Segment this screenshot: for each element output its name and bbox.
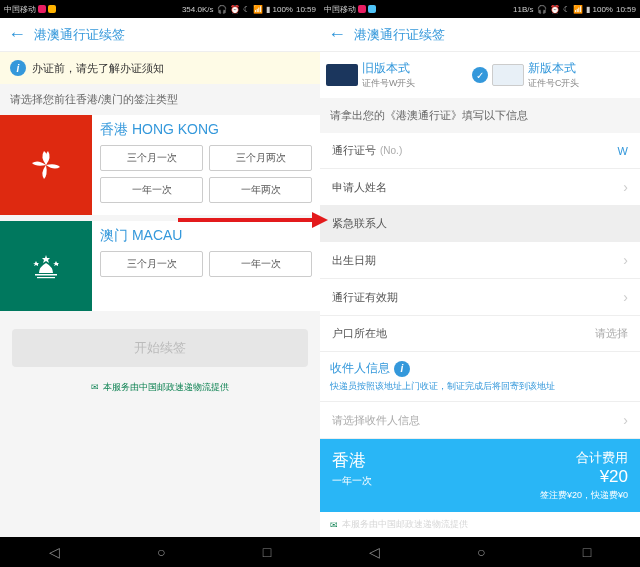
- page-title: 港澳通行证续签: [354, 26, 445, 44]
- alarm-icon: ⏰: [550, 5, 560, 14]
- macau-option-1year-once[interactable]: 一年一次: [209, 251, 312, 277]
- svg-rect-1: [37, 277, 55, 278]
- carrier: 中国移动: [4, 4, 36, 15]
- field-emergency-contact[interactable]: 紧急联系人: [320, 206, 640, 242]
- headphone-icon: 🎧: [537, 5, 547, 14]
- svg-rect-0: [35, 274, 57, 276]
- form-prompt: 请拿出您的《港澳通行证》填写以下信息: [320, 98, 640, 133]
- permit-no-value: W: [618, 145, 628, 157]
- destination-macau: 澳门 MACAU 三个月一次 一年一次: [0, 221, 320, 311]
- chevron-right-icon: ›: [623, 412, 628, 428]
- total-amount: ¥20: [540, 467, 628, 487]
- net-speed: 11B/s: [513, 5, 533, 14]
- id-card-icon: [492, 64, 524, 86]
- destination-hongkong: 香港 HONG KONG 三个月一次 三个月两次 一年一次 一年两次: [0, 115, 320, 215]
- card-type-old[interactable]: 旧版本式 证件号W开头: [326, 60, 468, 90]
- field-applicant-name[interactable]: 申请人姓名 ›: [320, 169, 640, 206]
- nav-back-icon[interactable]: ◁: [369, 544, 380, 560]
- wifi-icon: 📶: [573, 5, 583, 14]
- app-dot: [358, 5, 366, 13]
- app-dot: [48, 5, 56, 13]
- app-dot: [368, 5, 376, 13]
- nav-home-icon[interactable]: ○: [157, 544, 165, 560]
- chevron-right-icon: ›: [623, 179, 628, 195]
- info-icon[interactable]: i: [394, 361, 410, 377]
- card-new-sub: 证件号C开头: [528, 77, 580, 90]
- phone-right: 中国移动 11B/s 🎧 ⏰ ☾ 📶 ▮ 100% 10:59 ← 港澳通行证续…: [320, 0, 640, 567]
- headphone-icon: 🎧: [217, 5, 227, 14]
- app-header: ← 港澳通行证续签: [0, 18, 320, 52]
- total-label: 合计费用: [540, 449, 628, 467]
- card-old-sub: 证件号W开头: [362, 77, 416, 90]
- nav-recent-icon[interactable]: □: [263, 544, 271, 560]
- total-type: 一年一次: [332, 474, 372, 488]
- card-new-title: 新版本式: [528, 60, 580, 77]
- signal-icon: ▮: [266, 5, 270, 14]
- provider-note: 本服务由中国邮政速递物流提供: [0, 377, 320, 404]
- page-title: 港澳通行证续签: [34, 26, 125, 44]
- chevron-right-icon: ›: [623, 252, 628, 268]
- field-hukou[interactable]: 户口所在地 请选择: [320, 316, 640, 352]
- nav-back-icon[interactable]: ◁: [49, 544, 60, 560]
- battery: 100%: [273, 5, 293, 14]
- clock: 10:59: [296, 5, 316, 14]
- card-type-new[interactable]: 新版本式 证件号C开头: [492, 60, 634, 90]
- net-speed: 354.0K/s: [182, 5, 214, 14]
- alarm-icon: ⏰: [230, 5, 240, 14]
- flag-hongkong: [0, 115, 92, 215]
- notice-text: 办证前，请先了解办证须知: [32, 61, 164, 76]
- field-recipient-select[interactable]: 请选择收件人信息 ›: [320, 402, 640, 439]
- card-type-selector: 旧版本式 证件号W开头 ✓ 新版本式 证件号C开头: [320, 52, 640, 98]
- recipient-title: 收件人信息: [330, 360, 390, 377]
- total-summary: 香港 一年一次 合计费用 ¥20 签注费¥20，快递费¥0: [320, 439, 640, 512]
- app-dot: [38, 5, 46, 13]
- signal-icon: ▮: [586, 5, 590, 14]
- back-icon[interactable]: ←: [328, 24, 346, 45]
- status-bar: 中国移动 354.0K/s 🎧 ⏰ ☾ 📶 ▮ 100% 10:59: [0, 0, 320, 18]
- android-nav: ◁ ○ □: [0, 537, 320, 567]
- clock: 10:59: [616, 5, 636, 14]
- android-nav: ◁ ○ □: [320, 537, 640, 567]
- card-old-title: 旧版本式: [362, 60, 416, 77]
- total-dest: 香港: [332, 449, 372, 472]
- dnd-icon: ☾: [563, 5, 570, 14]
- hk-option-1year-twice[interactable]: 一年两次: [209, 177, 312, 203]
- start-button[interactable]: 开始续签: [12, 329, 308, 367]
- section-label: 请选择您前往香港/澳门的签注类型: [0, 84, 320, 115]
- battery: 100%: [593, 5, 613, 14]
- nav-recent-icon[interactable]: □: [583, 544, 591, 560]
- hukou-placeholder: 请选择: [595, 326, 628, 341]
- total-detail: 签注费¥20，快递费¥0: [540, 489, 628, 502]
- provider-note: ✉ 本服务由中国邮政速递物流提供: [320, 512, 640, 537]
- chevron-right-icon: ›: [623, 289, 628, 305]
- field-permit-expire[interactable]: 通行证有效期 ›: [320, 279, 640, 316]
- phone-left: 中国移动 354.0K/s 🎧 ⏰ ☾ 📶 ▮ 100% 10:59 ← 港澳通…: [0, 0, 320, 567]
- hk-option-1year-once[interactable]: 一年一次: [100, 177, 203, 203]
- recipient-note: 快递员按照该地址上门收证，制证完成后将回寄到该地址: [330, 380, 630, 393]
- macau-option-3month-once[interactable]: 三个月一次: [100, 251, 203, 277]
- field-birth-date[interactable]: 出生日期 ›: [320, 242, 640, 279]
- app-header: ← 港澳通行证续签: [320, 18, 640, 52]
- flag-macau: [0, 221, 92, 311]
- back-icon[interactable]: ←: [8, 24, 26, 45]
- dnd-icon: ☾: [243, 5, 250, 14]
- hk-option-3month-once[interactable]: 三个月一次: [100, 145, 203, 171]
- info-icon: i: [10, 60, 26, 76]
- field-permit-no[interactable]: 通行证号(No.) W: [320, 133, 640, 169]
- hk-option-3month-twice[interactable]: 三个月两次: [209, 145, 312, 171]
- carrier: 中国移动: [324, 4, 356, 15]
- wifi-icon: 📶: [253, 5, 263, 14]
- recipient-header: 收件人信息 i 快递员按照该地址上门收证，制证完成后将回寄到该地址: [320, 352, 640, 402]
- check-icon: ✓: [472, 67, 488, 83]
- notice-banner[interactable]: i 办证前，请先了解办证须知: [0, 52, 320, 84]
- passport-icon: [326, 64, 358, 86]
- macau-title: 澳门 MACAU: [100, 227, 312, 245]
- hk-title: 香港 HONG KONG: [100, 121, 312, 139]
- nav-home-icon[interactable]: ○: [477, 544, 485, 560]
- status-bar: 中国移动 11B/s 🎧 ⏰ ☾ 📶 ▮ 100% 10:59: [320, 0, 640, 18]
